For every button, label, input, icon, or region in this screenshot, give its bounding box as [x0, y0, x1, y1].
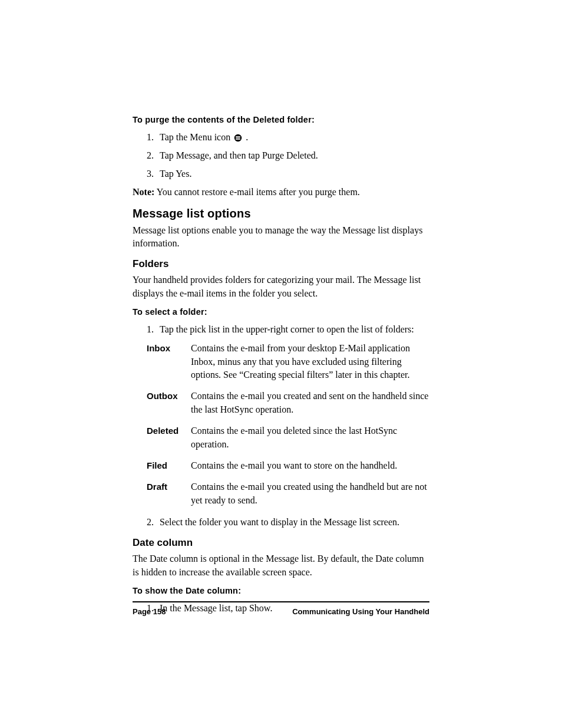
folder-table: Inbox Contains the e-mail from your desk… — [147, 342, 429, 507]
folder-desc: Contains the e-mail you created using th… — [191, 480, 429, 507]
folder-name: Inbox — [147, 342, 191, 381]
show-date-heading: To show the Date column: — [133, 586, 429, 595]
step-number: 2. — [147, 149, 160, 162]
folder-name: Filed — [147, 459, 191, 472]
step-text: Tap Message, and then tap Purge Deleted. — [160, 149, 318, 162]
folder-name: Outbox — [147, 390, 191, 416]
folder-desc: Contains the e-mail from your desktop E-… — [191, 342, 429, 381]
step-number: 3. — [147, 167, 160, 180]
footer-title: Communicating Using Your Handheld — [292, 607, 429, 616]
list-item: 3. Tap Yes. — [147, 167, 429, 180]
list-item: 2. Select the folder you want to display… — [147, 515, 429, 529]
menu-icon — [234, 134, 242, 142]
note: Note: You cannot restore e-mail items af… — [133, 187, 429, 197]
list-item: 2. Tap Message, and then tap Purge Delet… — [147, 149, 429, 162]
select-folder-steps-2: 2. Select the folder you want to display… — [133, 515, 429, 529]
step-text: Select the folder you want to display in… — [160, 515, 399, 529]
step-text: Tap Yes. — [160, 167, 191, 180]
svg-rect-1 — [236, 136, 240, 137]
purge-heading: To purge the contents of the Deleted fol… — [133, 115, 429, 124]
folder-desc: Contains the e-mail you created and sent… — [191, 390, 429, 416]
section-heading-message-list-options: Message list options — [133, 207, 429, 220]
select-folder-steps: 1. Tap the pick list in the upper-right … — [133, 322, 429, 336]
step-text: Tap the pick list in the upper-right cor… — [160, 322, 414, 336]
subheading-folders: Folders — [133, 258, 429, 270]
table-row: Outbox Contains the e-mail you created a… — [147, 390, 429, 416]
purge-steps: 1. Tap the Menu icon . 2. Tap Message, a… — [133, 130, 429, 181]
list-item: 1. Tap the Menu icon . — [147, 130, 429, 144]
step-number: 1. — [147, 322, 160, 336]
note-text: You cannot restore e-mail items after yo… — [154, 187, 360, 197]
paragraph: Your handheld provides folders for categ… — [133, 274, 429, 300]
table-row: Filed Contains the e-mail you want to st… — [147, 459, 429, 472]
list-item: 1. Tap the pick list in the upper-right … — [147, 322, 429, 336]
page-footer: Page 158 Communicating Using Your Handhe… — [133, 601, 429, 616]
table-row: Inbox Contains the e-mail from your desk… — [147, 342, 429, 381]
folder-desc: Contains the e-mail you deleted since th… — [191, 424, 429, 451]
svg-rect-2 — [236, 138, 240, 139]
paragraph: Message list options enable you to manag… — [133, 224, 429, 251]
svg-rect-3 — [236, 139, 240, 140]
folder-desc: Contains the e-mail you want to store on… — [191, 459, 429, 472]
table-row: Deleted Contains the e-mail you deleted … — [147, 424, 429, 451]
select-folder-heading: To select a folder: — [133, 307, 429, 317]
page: To purge the contents of the Deleted fol… — [0, 0, 562, 728]
folder-name: Deleted — [147, 424, 191, 451]
folder-name: Draft — [147, 480, 191, 507]
footer-page: Page 158 — [133, 607, 166, 616]
step-number: 1. — [147, 130, 160, 144]
table-row: Draft Contains the e-mail you created us… — [147, 480, 429, 507]
paragraph: The Date column is optional in the Messa… — [133, 552, 429, 579]
note-label: Note: — [133, 187, 154, 197]
subheading-date-column: Date column — [133, 537, 429, 549]
step-text: Tap the Menu icon . — [160, 130, 248, 144]
step-number: 2. — [147, 515, 160, 529]
